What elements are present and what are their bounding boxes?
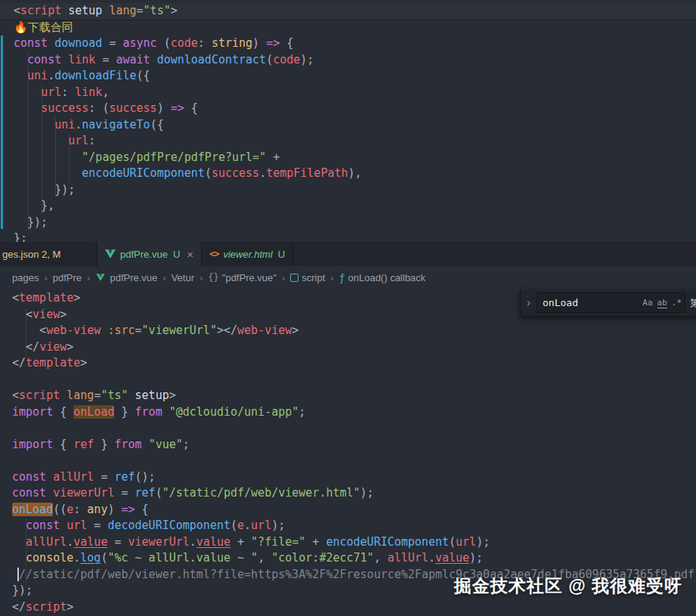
tab-label: viewer.html [223,249,272,260]
code-line: <script setup lang="ts"> [0,3,696,20]
code-line: onLoad((e: any) => { [12,502,696,518]
vue-icon [97,274,105,281]
module-symbol-icon [290,274,299,282]
code-line: uni.downloadFile({ [14,68,696,85]
code-line: encodeURIComponent(success.tempFilePath)… [14,166,696,182]
tab-pdfpre-vue[interactable]: pdfPre.vue U × [97,242,202,266]
code-line: </script> [12,599,696,616]
find-results-count: 第 [690,296,696,310]
code-line: import { ref } from "vue"; [12,437,696,453]
find-query-text: onLoad [543,297,638,308]
code-line: const allUrl = ref(); [12,469,696,486]
html-icon [209,249,218,259]
code-line: 🔥下载合同 [14,20,696,36]
breadcrumb-label: onLoad() callback [348,272,425,283]
code-line: }; [14,231,696,242]
breadcrumb-label: pdfPre.vue [110,272,157,283]
close-icon[interactable]: × [187,249,193,260]
code-line: }, [14,198,696,215]
tab-viewer-html[interactable]: viewer.html U [202,242,293,266]
breadcrumb-item[interactable]: pdfPre.vue [95,272,157,283]
git-status-badge: U [173,249,180,260]
watermark: 掘金技术社区 @ 我很难受呀 [454,574,682,598]
breadcrumb-label: "pdfPre.vue" [222,272,277,283]
code-line: "/pages/pdfPre/pdfPre?url=" + [14,150,696,166]
breadcrumb-separator: › [330,272,333,283]
match-case-icon[interactable]: Aa [642,298,652,308]
code-line [12,372,696,388]
code-line: uni.navigateTo({ [14,117,696,134]
code-line: console.log("%c ~ allUrl.value ~ ", "col… [12,550,696,567]
code-line: }); [14,215,696,231]
top-editor-pane[interactable]: <script setup lang="ts">🔥下载合同const downo… [0,0,696,242]
breadcrumb: pages›pdfPre›pdfPre.vue›Vetur›{}"pdfPre.… [0,266,696,289]
code-line [12,453,696,469]
breadcrumb-label: Vetur [172,272,194,283]
code-line [12,420,696,437]
code-line: allUrl.value = viewerUrl.value + "?file=… [12,534,696,551]
breadcrumb-item[interactable]: pdfPre [53,272,82,283]
toggle-replace-icon[interactable]: › [525,296,532,310]
code-line: const viewerUrl = ref("/static/pdf/web/v… [12,485,696,502]
code-line: success: (success) => { [14,101,696,117]
breadcrumb-separator: › [44,272,47,283]
code-area[interactable]: <script setup lang="ts">🔥下载合同const downo… [0,0,696,242]
tab-bar: ges.json 2, M pdfPre.vue U × viewer.html… [0,242,696,266]
breadcrumb-label: pdfPre [53,272,82,283]
breadcrumb-separator: › [200,272,203,283]
code-line: <web-view :src="viewerUrl"></web-view> [12,323,696,339]
whole-word-icon[interactable]: ab [657,298,667,308]
code-line: import { onLoad } from "@dcloudio/uni-ap… [12,404,696,421]
tab-label: pdfPre.vue [120,249,168,260]
code-line: }); [14,182,696,199]
find-widget: › onLoad Aa ab .* 第 [520,289,696,317]
breadcrumb-item[interactable]: pages [12,272,39,283]
callback-symbol-icon: ƒ [339,272,345,283]
tab-pages-json[interactable]: ges.json 2, M [0,242,97,266]
braces-icon: {} [208,272,218,283]
breadcrumb-label: pages [12,272,39,283]
vue-icon [105,249,116,258]
breadcrumb-item[interactable]: script [290,272,325,283]
breadcrumb-item[interactable]: Vetur [172,272,194,283]
code-line: const url = decodeURIComponent(e.url); [12,518,696,534]
code-line: </template> [12,355,696,372]
code-line: url: link, [14,85,696,101]
code-line: url: [14,133,696,150]
code-line: <script lang="ts" setup> [12,388,696,404]
breadcrumb-item[interactable]: {}"pdfPre.vue" [208,272,277,283]
breadcrumb-item[interactable]: ƒonLoad() callback [339,272,425,283]
breadcrumb-separator: › [87,272,90,283]
breadcrumb-separator: › [282,272,285,283]
bottom-editor-pane[interactable]: <template> <view> <web-view :src="viewer… [0,289,696,616]
code-line: const link = await downloadContract(code… [14,52,696,69]
code-line: </view> [12,339,696,356]
regex-icon[interactable]: .* [672,298,682,308]
breadcrumb-separator: › [162,272,165,283]
code-area[interactable]: <template> <view> <web-view :src="viewer… [0,289,696,615]
tab-label: ges.json 2, M [2,249,60,260]
git-status-badge: U [278,249,285,260]
code-line: const downoad = async (code: string) => … [14,36,696,52]
find-input[interactable]: onLoad Aa ab .* [537,293,685,313]
breadcrumb-label: script [302,272,325,283]
